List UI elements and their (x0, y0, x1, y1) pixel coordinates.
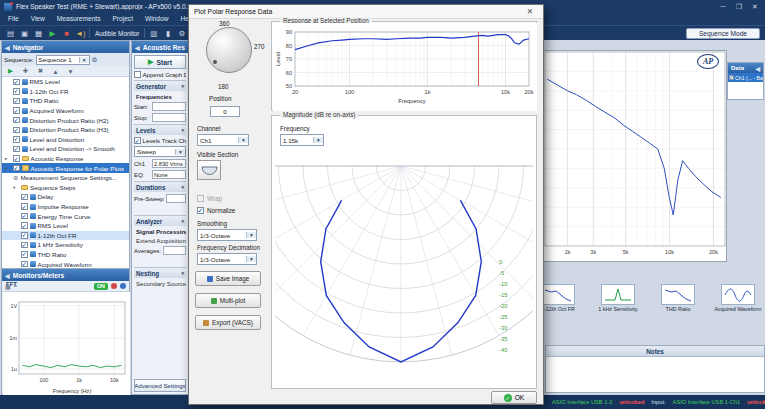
checkbox[interactable] (134, 71, 141, 78)
tree-item[interactable]: Level and Distortion -> Smooth (2, 144, 129, 154)
settings-checkbox-row[interactable]: Append Graph Data (134, 71, 186, 78)
channel-select[interactable]: Ch1 (197, 134, 249, 146)
measurement-checkbox[interactable] (13, 79, 20, 86)
open-project-icon[interactable]: ▣ (19, 28, 30, 39)
tree-item[interactable]: Energy Time Curve (2, 211, 129, 221)
tree-item[interactable]: Impulse Response (2, 202, 129, 212)
tree-item[interactable]: 1 kHz Sensitivity (2, 240, 129, 250)
tree-item[interactable]: ▸Acoustic Response (2, 154, 129, 164)
field-value[interactable] (166, 194, 186, 203)
normalize-checkbox[interactable]: Normalize (197, 207, 235, 214)
settings-dropdown[interactable]: Sweep (134, 146, 186, 157)
meters-icon[interactable]: ▮ (162, 28, 173, 39)
collapse-panel-icon[interactable]: ◀ (755, 65, 760, 72)
tree-item[interactable]: THD Ratio (2, 96, 129, 106)
expander-icon[interactable]: ▸ (5, 156, 11, 161)
collapse-panel-icon[interactable]: ◀ (135, 44, 140, 51)
export-vacs-button[interactable]: Export (VACS) (195, 315, 261, 330)
menu-project[interactable]: Project (106, 13, 139, 25)
save-image-button[interactable]: Save Image (195, 271, 261, 286)
multi-plot-button[interactable]: Multi-plot (195, 293, 261, 308)
delete-icon[interactable]: ✖ (35, 66, 46, 77)
measurement-checkbox[interactable] (13, 98, 20, 105)
tree-item[interactable]: 1-12th Oct FR (2, 231, 129, 241)
field-value[interactable]: 2.830 Vrms (152, 159, 186, 168)
wrap-checkbox[interactable]: Wrap (197, 195, 222, 202)
measurement-checkbox[interactable] (21, 232, 28, 239)
monitor-settings-icon[interactable] (120, 283, 126, 289)
settings-section-header[interactable]: Generator (134, 80, 186, 91)
settings-icon[interactable]: ⚙ (176, 28, 187, 39)
tree-item[interactable]: Distortion Product Ratio (H3) (2, 125, 129, 135)
settings-section-header[interactable]: Nesting (134, 267, 186, 278)
field-value[interactable]: None (152, 170, 186, 179)
measurement-checkbox[interactable] (13, 117, 20, 124)
minimize-icon[interactable]: ─ (717, 3, 729, 10)
frequency-select[interactable]: 1.15k (280, 134, 324, 146)
tree-item[interactable]: ▾Acoustic Response for Polar Plots (2, 163, 129, 173)
response-chart[interactable]: 9080706050201001k10k20kFrequencyLevel (273, 23, 537, 111)
sequence-mode-button[interactable]: Sequence Mode (686, 28, 760, 39)
menu-file[interactable]: File (2, 13, 25, 25)
tree-item[interactable]: 1-12th Oct FR (2, 87, 129, 97)
settings-section-header[interactable]: Levels (134, 124, 186, 135)
measurement-checkbox[interactable] (21, 203, 28, 210)
run-sequence-icon[interactable]: ▶ (47, 28, 58, 39)
menu-measurements[interactable]: Measurements (51, 13, 107, 25)
tree-item[interactable]: RMS Level (2, 221, 129, 231)
tree-item[interactable]: Distortion Product Ratio (H2) (2, 115, 129, 125)
main-graph[interactable]: 2k3k5k10k20k (544, 51, 726, 261)
data-channel-row[interactable]: Ch1 (... - Bal (728, 73, 763, 82)
field-value[interactable] (163, 246, 186, 255)
clip-indicator-icon[interactable] (111, 283, 117, 289)
checkbox[interactable] (197, 195, 204, 202)
measurement-checkbox[interactable] (21, 251, 28, 258)
tree-item[interactable]: Acquired Waveform (2, 106, 129, 116)
measurement-checkbox[interactable] (13, 155, 20, 162)
smoothing-select[interactable]: 1/3-Octave (197, 229, 257, 241)
channel-checkbox[interactable] (729, 75, 734, 80)
polar-chart[interactable]: 0-5-10-15-20-25-30-35-40 (275, 152, 533, 386)
field-value[interactable] (152, 102, 186, 111)
measurement-checkbox[interactable] (21, 222, 28, 229)
dialog-close-icon[interactable]: ✕ (522, 7, 538, 16)
collapse-panel-icon[interactable]: ◀ (5, 44, 10, 51)
start-button[interactable]: ▶Start (134, 55, 186, 69)
frequency-decimation-select[interactable]: 1/3-Octave (197, 253, 257, 265)
tree-item[interactable]: Level and Distortion (2, 135, 129, 145)
speaker-icon[interactable]: ◄) (75, 28, 86, 39)
tree-item[interactable]: RMS Level (2, 77, 129, 87)
notes-body[interactable] (546, 357, 764, 392)
close-icon[interactable]: ✕ (749, 3, 761, 11)
measurement-checkbox[interactable] (13, 107, 20, 114)
measurement-checkbox[interactable] (13, 136, 20, 143)
run-icon[interactable]: ▶ (5, 66, 16, 77)
settings-checkbox-row[interactable]: Levels Track Ch1 (134, 137, 186, 144)
measurement-checkbox[interactable] (21, 261, 28, 268)
settings-section-header[interactable]: Durations (134, 181, 186, 192)
advanced-settings-button[interactable]: Advanced Settings (134, 379, 186, 392)
sequence-select[interactable]: Sequence 1 (36, 55, 90, 65)
new-project-icon[interactable]: ▤ (5, 28, 16, 39)
visible-section-button[interactable] (197, 160, 221, 180)
measurement-checkbox[interactable] (13, 127, 20, 134)
field-value[interactable] (152, 113, 186, 122)
measurement-checkbox[interactable] (21, 242, 28, 249)
menu-view[interactable]: View (25, 13, 51, 25)
result-thumbnail[interactable]: 1 kHz Sensitivity (590, 284, 646, 330)
move-down-icon[interactable]: ▼ (65, 66, 76, 77)
tree-item[interactable]: THD Ratio (2, 250, 129, 260)
result-thumbnail[interactable]: THD Ratio (650, 284, 706, 330)
on-toggle[interactable]: ON (94, 283, 108, 290)
measurement-checkbox[interactable] (21, 213, 28, 220)
menu-window[interactable]: Window (139, 13, 174, 25)
result-thumbnail[interactable]: Acquired Waveform (710, 284, 765, 330)
settings-section-header[interactable]: Analyzer (134, 215, 186, 226)
position-knob[interactable] (206, 27, 252, 73)
signal-path-icon[interactable]: ▥ (148, 28, 159, 39)
measurement-checkbox[interactable] (13, 146, 20, 153)
checkbox[interactable] (134, 137, 141, 144)
tree-item[interactable]: Delay (2, 192, 129, 202)
add-icon[interactable]: ✚ (20, 66, 31, 77)
expander-icon[interactable]: ▾ (5, 166, 11, 171)
